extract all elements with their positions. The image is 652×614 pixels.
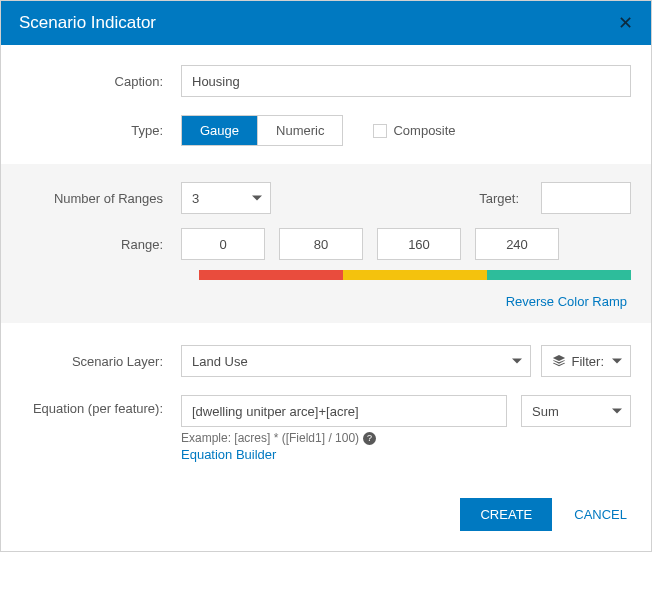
- scenario-layer-select[interactable]: Land Use: [181, 345, 531, 377]
- close-icon[interactable]: ✕: [618, 14, 633, 32]
- caption-input[interactable]: [181, 65, 631, 97]
- target-label: Target:: [479, 191, 531, 206]
- ramp-segment-2: [487, 270, 631, 280]
- ranges-panel: Number of Ranges 3 Target: Range:: [1, 164, 651, 323]
- range-label: Range:: [21, 237, 181, 252]
- ramp-segment-0: [199, 270, 343, 280]
- titlebar: Scenario Indicator ✕: [1, 1, 651, 45]
- equation-builder-link[interactable]: Equation Builder: [181, 447, 631, 462]
- chevron-down-icon: [252, 196, 262, 201]
- type-toggle: Gauge Numeric: [181, 115, 343, 146]
- scenario-layer-label: Scenario Layer:: [21, 354, 181, 369]
- aggregation-value: Sum: [532, 404, 559, 419]
- layers-icon: [552, 354, 566, 368]
- filter-label: Filter:: [572, 354, 605, 369]
- dialog-footer: CREATE CANCEL: [1, 480, 651, 551]
- caption-label: Caption:: [21, 74, 181, 89]
- range-input-0[interactable]: [181, 228, 265, 260]
- chevron-down-icon: [512, 359, 522, 364]
- type-gauge-button[interactable]: Gauge: [182, 116, 257, 145]
- composite-label: Composite: [393, 123, 455, 138]
- num-ranges-select[interactable]: 3: [181, 182, 271, 214]
- range-input-1[interactable]: [279, 228, 363, 260]
- type-label: Type:: [21, 123, 181, 138]
- type-numeric-button[interactable]: Numeric: [257, 116, 342, 145]
- example-text: Example: [acres] * ([Field1] / 100): [181, 431, 359, 445]
- range-input-2[interactable]: [377, 228, 461, 260]
- create-button[interactable]: CREATE: [460, 498, 552, 531]
- equation-label: Equation (per feature):: [21, 395, 181, 416]
- ramp-segment-1: [343, 270, 487, 280]
- composite-checkbox[interactable]: Composite: [373, 123, 455, 138]
- dialog-title: Scenario Indicator: [19, 13, 156, 33]
- filter-button[interactable]: Filter:: [541, 345, 632, 377]
- checkbox-icon: [373, 124, 387, 138]
- target-input[interactable]: [541, 182, 631, 214]
- scenario-indicator-dialog: Scenario Indicator ✕ Caption: Type: Gaug…: [0, 0, 652, 552]
- equation-example: Example: [acres] * ([Field1] / 100) ?: [181, 431, 631, 445]
- range-input-3[interactable]: [475, 228, 559, 260]
- chevron-down-icon: [612, 359, 622, 364]
- color-ramp: [199, 270, 631, 280]
- cancel-button[interactable]: CANCEL: [574, 507, 627, 522]
- num-ranges-label: Number of Ranges: [21, 191, 181, 206]
- equation-input[interactable]: [181, 395, 507, 427]
- scenario-layer-value: Land Use: [192, 354, 248, 369]
- aggregation-select[interactable]: Sum: [521, 395, 631, 427]
- num-ranges-value: 3: [192, 191, 199, 206]
- reverse-color-ramp-link[interactable]: Reverse Color Ramp: [506, 294, 627, 309]
- help-icon[interactable]: ?: [363, 432, 376, 445]
- chevron-down-icon: [612, 409, 622, 414]
